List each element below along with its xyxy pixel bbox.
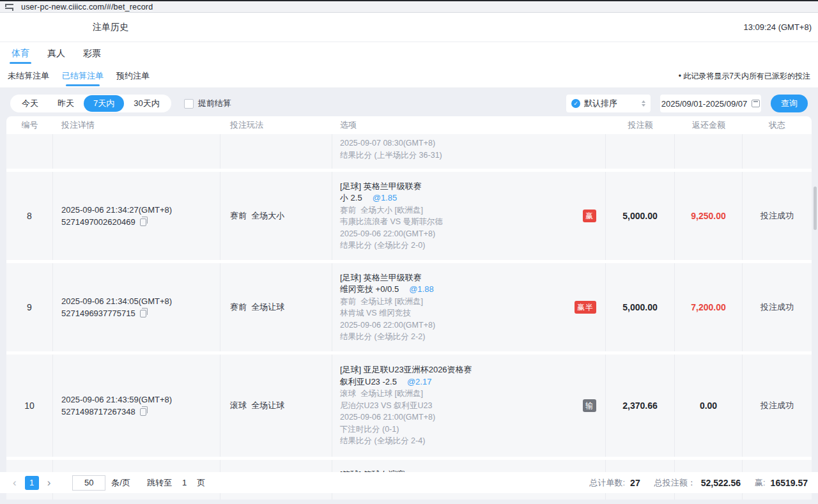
row-no: 9 bbox=[6, 263, 53, 351]
play-type: 赛前 全场大小 bbox=[220, 172, 332, 260]
option-line: 2025-09-06 21:00(GMT+8) bbox=[340, 411, 580, 424]
pagination-bar: ‹ 1 › 条/页 跳转至 1 页 总计单数: 27 总投注额： 52,522.… bbox=[0, 472, 818, 493]
table-row-partial-top: 2025-09-07 08:30(GMT+8) 结果比分 (上半场比分 36-3… bbox=[6, 134, 812, 169]
copy-icon[interactable] bbox=[140, 218, 146, 226]
next-page-button[interactable]: › bbox=[45, 477, 54, 488]
pick: 维冈竞技 +0/0.5 bbox=[340, 284, 399, 294]
league-name: [足球] 亚足联U23亚洲杯2026资格赛 bbox=[340, 364, 580, 376]
sort-select[interactable]: ✓ 默认排序 bbox=[566, 95, 651, 112]
total-stake-value: 52,522.56 bbox=[701, 478, 741, 488]
current-page-button[interactable]: 1 bbox=[25, 476, 39, 490]
col-header-detail: 投注详情 bbox=[53, 119, 220, 131]
browser-url-bar[interactable]: user-pc-new.ciiicc.com/#/bet_record bbox=[0, 0, 818, 13]
play-type: 滚球 全场让球 bbox=[220, 355, 332, 457]
page-title: 注单历史 bbox=[93, 22, 128, 33]
bet-time: 2025-09-06 21:43:59(GMT+8) bbox=[61, 393, 220, 406]
league-name: [足球] 英格兰甲级联赛 bbox=[340, 272, 580, 284]
filter-30days[interactable]: 30天内 bbox=[124, 95, 169, 112]
stake-amount: 5,000.00 bbox=[606, 172, 675, 260]
bet-id: 5271498717267348 bbox=[61, 406, 135, 418]
copy-icon[interactable] bbox=[140, 408, 146, 416]
pick: 小 2.5 bbox=[340, 193, 362, 202]
search-button[interactable]: 查询 bbox=[771, 95, 808, 112]
table-row: 8 2025-09-06 21:34:27(GMT+8) 52714970026… bbox=[6, 172, 812, 260]
total-count-value: 27 bbox=[630, 478, 640, 488]
subtab-unsettled[interactable]: 未结算注单 bbox=[8, 70, 49, 88]
filter-7days[interactable]: 7天内 bbox=[84, 95, 124, 112]
table-header-row: 编号 投注详情 投注玩法 选项 投注额 返还金额 状态 bbox=[6, 116, 812, 134]
subtab-reserved[interactable]: 预约注单 bbox=[116, 70, 150, 88]
col-header-stake: 投注额 bbox=[606, 119, 675, 131]
result-badge-half-win: 赢半 bbox=[575, 301, 596, 314]
prev-page-button[interactable]: ‹ bbox=[10, 477, 19, 488]
early-settle-checkbox[interactable] bbox=[184, 99, 194, 109]
row-no: 10 bbox=[6, 355, 53, 457]
total-win-value: 16519.57 bbox=[771, 478, 808, 488]
stake-amount: 5,000.00 bbox=[606, 263, 675, 351]
category-tabs: 体育 真人 彩票 bbox=[0, 42, 818, 66]
date-range-picker[interactable]: 2025/09/01-2025/09/07 bbox=[660, 95, 761, 112]
date-quick-filters: 今天 昨天 7天内 30天内 bbox=[10, 95, 171, 112]
option-cell: [足球] 英格兰甲级联赛 维冈竞技 +0/0.5@1.88 赛前 全场让球 [欧… bbox=[332, 263, 606, 351]
tab-sports[interactable]: 体育 bbox=[12, 48, 29, 66]
subtab-settled[interactable]: 已结算注单 bbox=[62, 70, 104, 88]
bet-time: 2025-09-06 21:34:27(GMT+8) bbox=[61, 204, 220, 216]
totals-summary: 总计单数: 27 总投注额： 52,522.56 赢: 16519.57 bbox=[575, 477, 808, 489]
col-header-no: 编号 bbox=[6, 119, 53, 131]
stake-amount: 2,370.66 bbox=[606, 355, 675, 457]
bet-time: 2025-09-06 21:34:05(GMT+8) bbox=[61, 295, 220, 307]
browser-tab-icon bbox=[5, 3, 13, 10]
option-line: 下注时比分 (0-1) bbox=[340, 424, 580, 436]
return-amount: 9,250.00 bbox=[675, 172, 743, 260]
bet-detail-cell: 2025-09-06 21:34:27(GMT+8) 5271497002620… bbox=[53, 172, 220, 260]
total-stake-label: 总投注额： bbox=[654, 477, 696, 489]
bet-detail-cell: 2025-09-06 21:34:05(GMT+8) 5271496937775… bbox=[53, 263, 220, 351]
option-line: 尼泊尔U23 VS 叙利亚U23 bbox=[340, 400, 580, 412]
option-line: 林肯城 VS 维冈竞技 bbox=[340, 307, 580, 319]
table-row: 9 2025-09-06 21:34:05(GMT+8) 52714969377… bbox=[6, 263, 812, 351]
col-header-option: 选项 bbox=[332, 119, 606, 131]
filter-bar: 今天 昨天 7天内 30天内 提前结算 ✓ 默认排序 2025/09/01-20… bbox=[10, 95, 808, 112]
league-name: [足球] 英格兰甲级联赛 bbox=[340, 181, 580, 193]
bet-status: 投注成功 bbox=[743, 263, 812, 351]
odds: @2.17 bbox=[407, 377, 432, 386]
top-panel: 注单历史 13:09:24 (GMT+8) 体育 真人 彩票 未结算注单 已结算… bbox=[0, 13, 818, 88]
calendar-icon bbox=[752, 100, 760, 107]
url-text[interactable]: user-pc-new.ciiicc.com/#/bet_record bbox=[21, 3, 153, 11]
odds: @1.85 bbox=[373, 193, 397, 202]
filter-today[interactable]: 今天 bbox=[12, 95, 48, 112]
tab-live[interactable]: 真人 bbox=[47, 48, 65, 66]
option-line: 2025-09-06 22:00(GMT+8) bbox=[340, 228, 580, 240]
total-win-label: 赢: bbox=[755, 477, 766, 489]
option-line: 结果比分 (上半场比分 36-31) bbox=[340, 149, 580, 162]
filter-yesterday[interactable]: 昨天 bbox=[48, 95, 84, 112]
col-header-play: 投注玩法 bbox=[220, 119, 332, 131]
result-badge-lose: 输 bbox=[583, 399, 596, 412]
bet-detail-cell: 2025-09-06 21:43:59(GMT+8) 5271498717267… bbox=[53, 355, 220, 457]
page-label: 页 bbox=[197, 477, 205, 489]
copy-icon[interactable] bbox=[140, 310, 146, 317]
page-header: 注单历史 13:09:24 (GMT+8) bbox=[0, 13, 818, 42]
option-line: 结果比分 (全场比分 2-0) bbox=[340, 240, 580, 252]
check-circle-icon: ✓ bbox=[571, 99, 580, 108]
total-count-label: 总计单数: bbox=[589, 477, 625, 489]
col-header-status: 状态 bbox=[743, 119, 812, 131]
pick: 叙利亚U23 -2.5 bbox=[340, 377, 397, 386]
sort-select-value: 默认排序 bbox=[584, 98, 617, 109]
tab-lottery[interactable]: 彩票 bbox=[83, 48, 101, 66]
early-settle-checkbox-wrap: 提前结算 bbox=[184, 98, 231, 109]
date-range-value: 2025/09/01-2025/09/07 bbox=[661, 99, 747, 109]
jump-page-input[interactable]: 1 bbox=[182, 478, 187, 487]
option-line: 韦康比流浪者 VS 曼斯菲尔德 bbox=[340, 216, 580, 228]
jump-to-label: 跳转至 bbox=[147, 477, 172, 489]
page-size-input[interactable] bbox=[72, 475, 105, 491]
bet-table: 编号 投注详情 投注玩法 选项 投注额 返还金额 状态 2025-09-07 0… bbox=[6, 116, 812, 500]
settlement-tabs: 未结算注单 已结算注单 预约注单 • 此记录将显示7天内所有已派彩的投注 bbox=[0, 66, 818, 88]
option-line: 赛前 全场让球 [欧洲盘] bbox=[340, 296, 580, 308]
bet-id: 5271497002620469 bbox=[61, 216, 135, 228]
row-no: 8 bbox=[6, 172, 53, 260]
per-page-label: 条/页 bbox=[111, 477, 130, 489]
option-line: 结果比分 (全场比分 2-4) bbox=[340, 435, 580, 447]
return-amount: 0.00 bbox=[675, 355, 743, 457]
vertical-scrollbar-thumb[interactable] bbox=[814, 187, 817, 230]
